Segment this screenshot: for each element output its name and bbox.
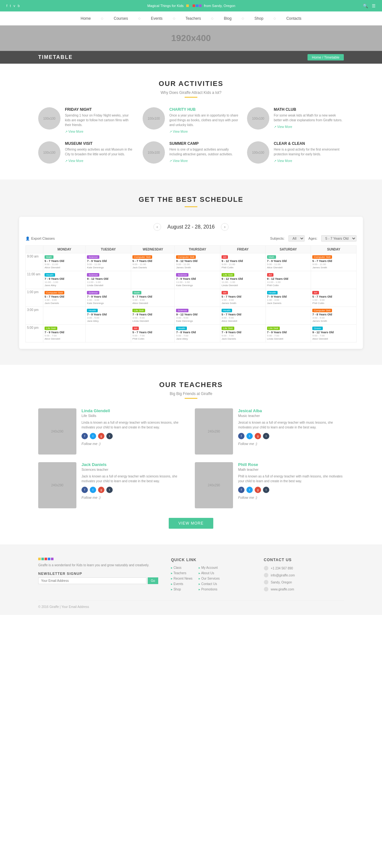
follow-link[interactable]: Follow me :)	[238, 442, 344, 445]
facebook-icon[interactable]: f	[82, 487, 88, 493]
class-card[interactable]: Computer Skill 9 - 12 Years Old 9:00 - 1…	[176, 255, 219, 270]
follow-link[interactable]: Follow me :)	[238, 496, 344, 499]
nav-teachers[interactable]: Teachers	[186, 16, 201, 21]
vimeo-link[interactable]: v	[13, 4, 15, 8]
quick-link-events[interactable]: Events	[171, 582, 192, 586]
class-card[interactable]: Life Skill 9 - 12 Years Old 11:00 - 1:00…	[222, 273, 264, 287]
google-plus-icon[interactable]: g	[98, 433, 104, 439]
class-card[interactable]: Computer Skill 5 - 7 Years Old 9:00 - 11…	[132, 255, 173, 270]
twitter-icon[interactable]: t	[246, 487, 253, 493]
class-card[interactable]: Science 7 - 9 Years Old 1:00 - 3:00 Kate…	[87, 290, 130, 305]
class-card[interactable]: Green 9 - 12 Years Old 5:00 - 7:00 Alice…	[312, 326, 355, 341]
class-time: 5:00 - 7:00	[312, 334, 324, 337]
activity-img-summer: 100x100	[142, 141, 165, 164]
class-card[interactable]: Computer Skill 5 - 7 Years Old 1:00 - 3:…	[44, 290, 84, 305]
search-icon[interactable]: 🔍	[363, 3, 368, 8]
tumblr-icon[interactable]: t	[263, 487, 269, 493]
google-plus-icon[interactable]: g	[255, 433, 261, 439]
behance-link[interactable]: b	[18, 4, 20, 8]
class-card[interactable]: Life Skill 7 - 9 Years Old 5:00 - 7:00 J…	[222, 326, 264, 341]
class-card[interactable]: Science 9 - 12 Years Old 3:00 - 5:00 Kat…	[176, 308, 219, 323]
facebook-link[interactable]: f	[6, 4, 7, 8]
nav-contacts[interactable]: Contacts	[286, 16, 301, 21]
activity-link-summer[interactable]: View More	[169, 159, 188, 163]
schedule-next-btn[interactable]: ›	[221, 223, 229, 231]
newsletter-btn[interactable]: Go	[148, 578, 158, 584]
class-card[interactable]: Science 7 - 9 Years Old 9:00 - 11:00 Kat…	[87, 255, 130, 270]
google-plus-icon[interactable]: g	[98, 487, 104, 493]
newsletter-input[interactable]	[38, 578, 147, 584]
class-time: 1:00 - 3:00	[222, 299, 234, 302]
activity-link-math[interactable]: View More	[274, 125, 292, 129]
nav-courses[interactable]: Courses	[114, 16, 128, 21]
export-classes-btn[interactable]: 👤 Export Classes	[26, 237, 55, 241]
quick-link-recent-news[interactable]: Recent News	[171, 577, 192, 580]
class-card[interactable]: Life Skill 7 - 9 Years Old 5:00 - 7:00 L…	[267, 326, 310, 341]
activity-link-museum[interactable]: View More	[65, 159, 84, 163]
class-card[interactable]: Health 7 - 9 Years Old 1:00 - 3:00 Jack …	[267, 290, 310, 305]
twitter-icon[interactable]: t	[246, 433, 253, 439]
class-card[interactable]: Math 5 - 7 Years Old 9:00 - 11:00 Alice …	[44, 255, 84, 270]
google-plus-icon[interactable]: g	[255, 487, 261, 493]
tumblr-icon[interactable]: t	[263, 433, 269, 439]
follow-link[interactable]: Follow me :)	[82, 496, 187, 499]
activity-link-friday[interactable]: View More	[65, 130, 84, 133]
quick-link-services[interactable]: Our Services	[199, 577, 220, 580]
class-card[interactable]: Computer Skill 5 - 7 Years Old 9:00 - 11…	[312, 255, 355, 270]
nav-events[interactable]: Events	[151, 16, 163, 21]
tumblr-icon[interactable]: t	[106, 487, 113, 493]
activity-link-charity[interactable]: View More	[169, 130, 188, 133]
quick-link-promotions[interactable]: Promotions	[199, 588, 220, 591]
facebook-icon[interactable]: f	[238, 487, 245, 493]
class-teacher: James Smith	[312, 319, 327, 322]
class-card[interactable]: Computer Skill 7 - 8 Years Old 3:00 - 5:…	[312, 308, 355, 323]
class-card[interactable]: Art 5 - 7 Years Old 1:00 - 3:00 James Sm…	[222, 290, 264, 305]
quick-link-contact[interactable]: Contact Us	[199, 582, 220, 586]
class-card[interactable]: Health 7 - 8 Years Old 5:00 - 7:00 Jane …	[176, 326, 219, 341]
breadcrumb[interactable]: Home / Timetable	[308, 54, 344, 60]
class-card[interactable]: Life Skill 7 - 9 Years Old 3:00 - 5:00 L…	[132, 308, 173, 323]
schedule-prev-btn[interactable]: ‹	[153, 223, 161, 231]
top-right-icons[interactable]: 🔍 ☰	[363, 3, 376, 8]
quick-link-teachers[interactable]: Teachers	[171, 571, 192, 575]
tumblr-icon[interactable]: t	[106, 433, 113, 439]
contact-phone-text: +1 234 567 890	[271, 566, 293, 570]
view-more-teachers-btn[interactable]: VIEW MORE	[169, 518, 213, 529]
twitter-icon[interactable]: t	[90, 487, 96, 493]
footer-copy: © 2016 Giraffe | Your Email Address	[38, 605, 89, 609]
ages-select[interactable]: 5 - 7 Years Old	[321, 235, 356, 242]
class-card[interactable]: Health 5 - 7 Years Old 3:00 - 5:00 Alice…	[222, 308, 264, 323]
quick-link-class[interactable]: Class	[171, 566, 192, 569]
class-card[interactable]: Life Skill 7 - 9 Years Old 5:00 - 7:00 A…	[44, 326, 84, 341]
class-card[interactable]: Math 5 - 7 Years Old 1:00 - 3:00 Alice G…	[132, 290, 173, 305]
class-card[interactable]: Art 5 - 7 Years Old 5:00 - 7:00 Phill Co…	[132, 326, 173, 341]
subjects-label: Subjects:	[270, 237, 285, 240]
hero-dimensions: 1920x400	[171, 33, 211, 43]
class-card[interactable]: Art 5 - 7 Years Old 1:00 - 3:00 Phill Co…	[312, 290, 355, 305]
class-teacher: James Smith	[176, 266, 191, 269]
class-card[interactable]: Art 9 - 12 Years Old 11:00 - 1:00 Phill …	[267, 273, 310, 287]
twitter-icon[interactable]: t	[90, 433, 96, 439]
nav-shop[interactable]: Shop	[254, 16, 263, 21]
class-time: 5:00 - 7:00	[176, 334, 188, 337]
quick-link-my-account[interactable]: My Account	[199, 566, 220, 569]
class-cell: Math 5 - 7 Years Old 9:00 - 11:00 Alice …	[43, 253, 86, 271]
class-card[interactable]: Health 7 - 9 Years Old 3:00 - 5:00 Jane …	[87, 308, 130, 323]
class-card[interactable]: Art 9 - 12 Years Old 9:00 - 11:00 Phill …	[222, 255, 264, 270]
class-card[interactable]: Math 7 - 9 Years Old 9:00 - 11:00 Alice …	[267, 255, 310, 270]
follow-link[interactable]: Follow me :)	[82, 442, 187, 445]
social-links[interactable]: f t v b	[6, 4, 20, 8]
class-card[interactable]: Science 9 - 12 Years Old 11:00 - 1:00 Li…	[87, 273, 130, 287]
class-card[interactable]: Science 7 - 9 Years Old 11:00 - 1:00 Kat…	[176, 273, 219, 287]
facebook-icon[interactable]: f	[82, 433, 88, 439]
quick-link-about[interactable]: About Us	[199, 571, 220, 575]
activity-link-clear[interactable]: View More	[274, 159, 292, 163]
twitter-link[interactable]: t	[10, 4, 11, 8]
facebook-icon[interactable]: f	[238, 433, 245, 439]
subjects-select[interactable]: All	[288, 235, 305, 242]
quick-link-shop[interactable]: Shop	[171, 588, 192, 591]
nav-home[interactable]: Home	[81, 16, 91, 21]
menu-icon[interactable]: ☰	[372, 3, 376, 8]
nav-blog[interactable]: Blog	[224, 16, 231, 21]
class-card[interactable]: Health 7 - 9 Years Old 11:00 - 1:00 Jane…	[44, 273, 84, 287]
